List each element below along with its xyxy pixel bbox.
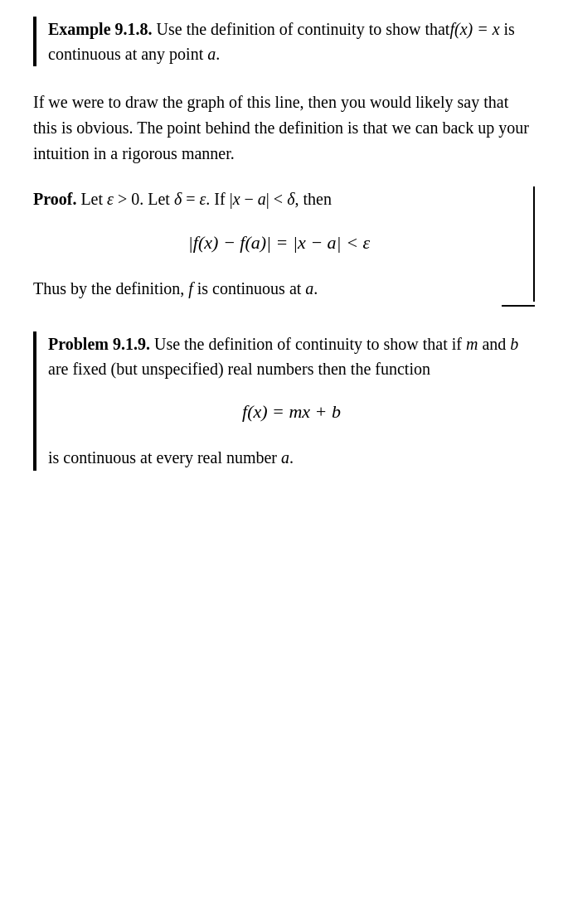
example-left-border (33, 17, 36, 66)
problem-block: Problem 9.1.9. Use the definition of con… (33, 331, 535, 471)
problem-conclusion-punct: . (289, 448, 294, 467)
problem-math-content: f(x) = mx + b (242, 401, 341, 422)
proof-conclusion: Thus by the definition, f is continuous … (33, 276, 525, 302)
problem-label: Problem 9.1.9. (48, 335, 150, 353)
example-point-punct: . (216, 45, 220, 63)
problem-and: and (478, 335, 510, 353)
problem-m-var: m (466, 335, 478, 353)
proof-section: Proof. Let ε > 0. Let δ = ε. If |x − a| … (33, 186, 535, 307)
page-content: Example 9.1.8. Use the definition of con… (33, 17, 535, 471)
problem-math-display: f(x) = mx + b (48, 398, 535, 425)
example-description: Use the definition of continuity to show… (153, 20, 450, 38)
body-paragraph-1: If we were to draw the graph of this lin… (33, 89, 535, 167)
problem-description: Use the definition of continuity to show… (150, 335, 462, 353)
example-point: a (207, 45, 216, 63)
proof-text1: Let ε > 0. Let δ = ε. If |x − a| < δ, th… (76, 190, 331, 208)
proof-math-content: |f(x) − f(a)| = |x − a| < ε (188, 232, 370, 253)
proof-text: Proof. Let ε > 0. Let δ = ε. If |x − a| … (33, 186, 525, 212)
problem-header: Problem 9.1.9. Use the definition of con… (48, 331, 535, 381)
proof-bottom-line (502, 305, 535, 307)
problem-conclusion-text: is continuous at every real number (48, 448, 277, 467)
proof-label: Proof. (33, 190, 76, 208)
problem-content: Problem 9.1.9. Use the definition of con… (48, 331, 535, 471)
problem-b-var: b (510, 335, 518, 353)
example-fx-paren: (x) = x (454, 20, 500, 38)
example-block: Example 9.1.8. Use the definition of con… (33, 17, 535, 66)
problem-description2: are fixed (but unspecified) real numbers… (48, 360, 430, 378)
problem-left-border (33, 331, 36, 471)
proof-math-display: |f(x) − f(a)| = |x − a| < ε (33, 229, 525, 256)
body-paragraph-1-text: If we were to draw the graph of this lin… (33, 93, 529, 162)
problem-conclusion-var: a (281, 448, 289, 467)
proof-wrapper: Proof. Let ε > 0. Let δ = ε. If |x − a| … (33, 186, 535, 302)
example-text: Example 9.1.8. Use the definition of con… (48, 17, 535, 66)
problem-conclusion: is continuous at every real number a. (48, 445, 535, 471)
example-label: Example 9.1.8. (48, 20, 153, 38)
